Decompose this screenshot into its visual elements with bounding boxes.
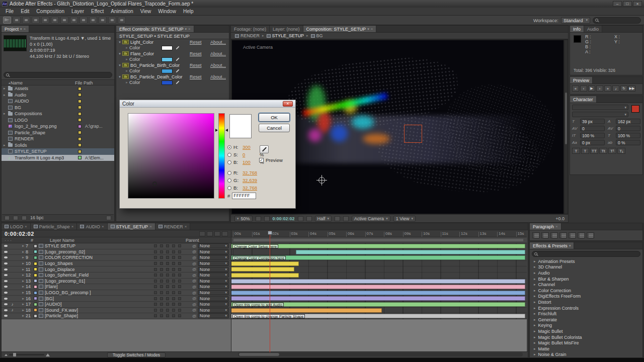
label-chip[interactable] xyxy=(34,244,37,248)
timeline-header-icon[interactable] xyxy=(207,231,213,236)
video-switch[interactable] xyxy=(3,286,9,288)
new-composition-icon[interactable] xyxy=(22,216,27,220)
switch-cell[interactable] xyxy=(166,280,169,283)
fill-color-swatch[interactable] xyxy=(631,105,639,113)
selection-tool[interactable] xyxy=(3,17,11,24)
window-maximize-button[interactable]: □ xyxy=(623,1,632,7)
toggle-switches-modes-button[interactable]: Toggle Switches / Modes xyxy=(107,352,166,357)
effects-category[interactable]: ▸Expression Controls xyxy=(530,305,642,311)
zoom-out-mountain-icon[interactable] xyxy=(5,354,8,356)
layer-track[interactable] xyxy=(231,266,527,273)
layer-duration-bar[interactable]: Open this comp to change Particle Shape xyxy=(231,314,525,318)
brush-tool[interactable] xyxy=(89,17,97,24)
timeline-tab[interactable]: RENDER× xyxy=(155,223,191,230)
parent-select[interactable]: None▾ xyxy=(198,255,229,260)
project-item[interactable]: logo_2_line_png.pngA:\grap... xyxy=(2,123,114,130)
color-cursor[interactable] xyxy=(152,182,157,186)
timeline-divider[interactable] xyxy=(231,230,231,351)
audio-toggle-button[interactable]: ♪ xyxy=(612,85,619,92)
layer-track[interactable]: Change Color Setup here xyxy=(231,243,527,249)
layer-row[interactable]: ▸15[LOGO_BG_precomp ]@None▾ xyxy=(2,290,231,296)
align-button[interactable] xyxy=(578,232,585,238)
parent-select[interactable]: None▾ xyxy=(198,302,229,307)
layer-track[interactable]: Change Color Correction here xyxy=(231,255,527,261)
expander-icon[interactable]: ▸ xyxy=(534,300,536,304)
viewer-tab[interactable]: Composition: STYLE_SETUP▾× xyxy=(303,26,377,32)
expander-icon[interactable]: ▾ xyxy=(117,40,122,44)
align-button[interactable] xyxy=(559,232,567,238)
breadcrumb-item[interactable]: RENDER xyxy=(235,33,260,38)
layer-track[interactable] xyxy=(231,308,527,314)
project-item[interactable]: ▸Audio xyxy=(2,92,114,99)
breadcrumb-item[interactable]: STYLE_SETUP xyxy=(267,33,304,38)
label-chip[interactable] xyxy=(78,118,82,122)
effect-row[interactable]: ▾fxLight_ColorResetAbout... xyxy=(116,39,229,45)
align-button[interactable] xyxy=(532,232,540,238)
label-chip[interactable] xyxy=(34,267,37,271)
label-chip[interactable] xyxy=(34,297,37,300)
time-ruler[interactable]: 00s01s02s03s04s05s06s07s08s09s10s11s12s1… xyxy=(231,230,527,237)
effects-category[interactable]: ▸Magic Bullet Colorista xyxy=(530,334,642,340)
effect-property-row[interactable]: ▸Color xyxy=(116,57,229,63)
switch-cell[interactable] xyxy=(160,303,163,306)
expander-icon[interactable]: ▸ xyxy=(534,277,536,281)
close-icon[interactable]: × xyxy=(555,224,558,229)
project-search-input[interactable] xyxy=(11,72,87,78)
label-chip[interactable] xyxy=(78,125,82,128)
tab-project[interactable]: Project▾× xyxy=(2,26,29,32)
layer-row[interactable]: ▸8[Logo_precomp_02]@None▾ xyxy=(2,249,231,255)
parent-select[interactable]: None▾ xyxy=(198,290,229,295)
switch-cell[interactable] xyxy=(160,314,163,317)
viewer-tab[interactable]: Footage: (none) xyxy=(231,26,270,32)
close-icon[interactable]: × xyxy=(188,27,191,31)
color-swatch[interactable] xyxy=(162,46,173,50)
switch-cell[interactable] xyxy=(172,297,175,300)
reset-link[interactable]: Reset xyxy=(190,51,207,56)
track-camera-tool[interactable] xyxy=(41,17,49,24)
layer-row[interactable]: ▸16[BG]@None▾ xyxy=(2,296,231,302)
red-radio[interactable] xyxy=(227,171,231,175)
zoom-slider[interactable] xyxy=(9,354,44,355)
timeline-header-icon[interactable] xyxy=(214,231,220,236)
mask-rectangle-tool[interactable] xyxy=(60,17,68,24)
expander-icon[interactable]: ▸ xyxy=(534,347,536,351)
expander-icon[interactable]: ▸ xyxy=(534,352,536,356)
saturation-radio[interactable] xyxy=(227,153,231,157)
pickwhip-icon[interactable]: @ xyxy=(192,273,198,278)
dialog-titlebar[interactable]: Color × xyxy=(120,100,295,108)
expander-icon[interactable]: ▸ xyxy=(534,289,536,293)
font-size-value[interactable]: 39 px xyxy=(580,119,605,124)
parent-select[interactable]: None▾ xyxy=(198,308,229,313)
preview-checkbox[interactable]: ✓ xyxy=(259,158,264,162)
label-chip[interactable] xyxy=(78,87,82,90)
layer-track[interactable] xyxy=(231,273,527,279)
type-style-button[interactable]: TT xyxy=(590,148,598,154)
eyedropper-icon[interactable] xyxy=(175,45,180,50)
effect-row[interactable]: ▾fxFlare_ColorResetAbout... xyxy=(116,51,229,57)
effects-category[interactable]: ▸Channel xyxy=(530,282,642,288)
close-icon[interactable]: × xyxy=(185,224,187,229)
window-minimize-button[interactable]: – xyxy=(613,1,622,7)
label-chip[interactable] xyxy=(34,250,37,253)
field-value[interactable]: 0 xyxy=(243,152,258,157)
layer-duration-bar[interactable]: Change Color Setup here xyxy=(231,244,525,248)
fx-badge-icon[interactable]: fx xyxy=(122,63,129,67)
video-switch[interactable] xyxy=(3,256,9,258)
pen-tool[interactable] xyxy=(70,17,78,24)
label-chip[interactable] xyxy=(34,279,37,283)
switch-cell[interactable] xyxy=(154,256,157,259)
switch-cell[interactable] xyxy=(178,250,181,253)
label-chip[interactable] xyxy=(34,303,37,306)
magnification-select[interactable]: ▾50% xyxy=(234,216,253,222)
switch-cell[interactable] xyxy=(154,303,157,306)
switch-cell[interactable] xyxy=(166,309,169,312)
layer-duration-bar[interactable] xyxy=(231,296,525,301)
layer-track[interactable] xyxy=(231,261,527,267)
switch-cell[interactable] xyxy=(172,291,175,294)
expander-icon[interactable]: ▸ xyxy=(21,255,26,259)
type-style-button[interactable]: T xyxy=(572,148,580,154)
parent-select[interactable]: None▾ xyxy=(198,279,229,284)
view-layout-select[interactable]: 1 View▾ xyxy=(393,216,416,222)
layer-track[interactable]: Open this comp to change Particle Shape xyxy=(231,313,527,319)
expander-icon[interactable]: ▸ xyxy=(4,93,8,97)
